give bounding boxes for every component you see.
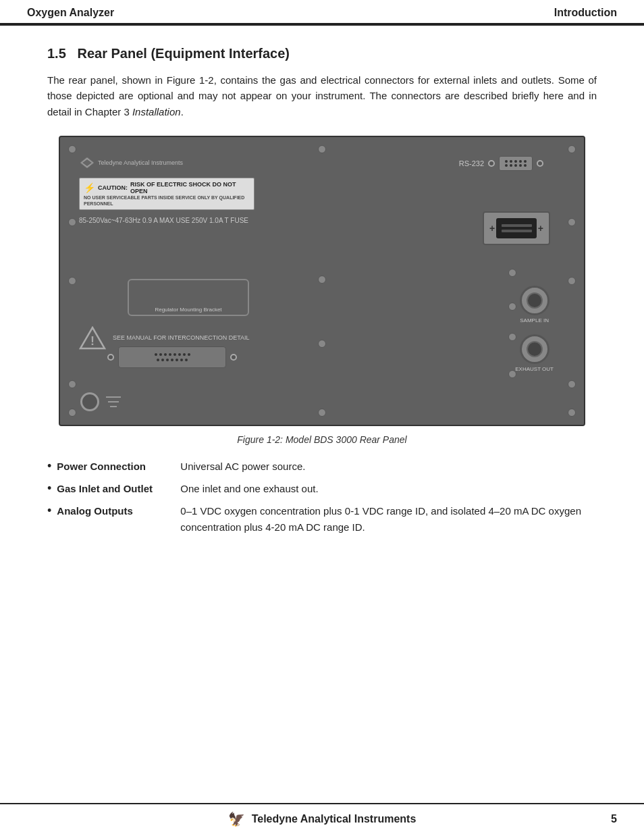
- rear-panel-figure: Teledyne Analytical Instruments RS-232: [59, 136, 585, 426]
- exhaust-out-label: EXHAUST OUT: [515, 366, 554, 372]
- sample-in-port: SAMPLE IN: [520, 286, 549, 323]
- screw-inner-4: [568, 380, 576, 388]
- teledyne-logo-icon: [80, 157, 94, 168]
- screw-inner-2: [68, 380, 76, 388]
- body-paragraph: The rear panel, shown in Figure 1-2, con…: [47, 72, 597, 120]
- regulator-label: Regulator Mounting Bracket: [155, 307, 221, 313]
- rs232-right-port: [537, 160, 543, 167]
- body-italic: Installation: [132, 106, 181, 118]
- gas-ports-area: SAMPLE IN EXHAUST OUT: [515, 286, 554, 372]
- screw-inner-6: [318, 340, 326, 348]
- screw-top-left: [68, 145, 76, 153]
- bullet-term-analog: Analog Outputs: [57, 503, 175, 519]
- voltage-text: 85-250Vac~47-63Hz 0.9 A MAX USE 250V 1.0…: [79, 215, 254, 226]
- screw-top-right: [568, 145, 576, 153]
- ground-symbol: [106, 396, 121, 407]
- screw-bot-left: [68, 409, 76, 417]
- bullet-term-power: Power Connection: [57, 459, 175, 474]
- rs232-connector: [499, 156, 533, 171]
- bullet-item-gas: • Gas Inlet and Outlet One inlet and one…: [47, 481, 597, 496]
- slot-bar-1: [502, 224, 532, 227]
- page-footer: 🦅 Teledyne Analytical Instruments 5: [0, 803, 644, 834]
- rs232-dots: [505, 160, 527, 167]
- footer-logo-icon: 🦅: [228, 811, 245, 827]
- dsub-connector: [118, 346, 226, 368]
- body-text-main: The rear panel, shown in Figure 1-2, con…: [47, 74, 597, 118]
- dsub-row-1: [155, 353, 190, 356]
- caution-title-text: CAUTION:: [98, 184, 128, 191]
- footer-page-number: 5: [611, 813, 617, 825]
- sample-in-inner: [527, 292, 543, 309]
- header-left: Oxygen Analyzer: [27, 7, 114, 19]
- section-number: 1.5: [47, 46, 66, 61]
- slot-bar-2: [502, 230, 532, 232]
- ground-bar-3: [110, 406, 117, 407]
- screw-mid-right: [568, 277, 576, 285]
- lightning-icon: ⚡: [84, 182, 95, 193]
- screw-inner-5: [318, 276, 326, 284]
- bullet-desc-gas: One inlet and one exhaust out.: [180, 481, 597, 496]
- footer-company: Teledyne Analytical Instruments: [252, 813, 417, 825]
- screw-inner-3: [568, 218, 576, 226]
- power-connector-area: + +: [483, 211, 550, 245]
- screw-rs1: [508, 269, 516, 277]
- plus-left: +: [489, 223, 495, 234]
- dsub-right-port: [230, 354, 237, 361]
- exhaust-out-inner: [527, 341, 543, 357]
- screw-top-middle: [318, 145, 326, 153]
- sample-in-circle: [520, 286, 549, 315]
- panel-logo-area: Teledyne Analytical Instruments: [80, 157, 183, 168]
- power-socket: [80, 392, 99, 411]
- caution-sub-text: RISK OF ELECTRIC SHOCK DO NOT OPEN: [130, 181, 250, 194]
- sample-in-label: SAMPLE IN: [520, 317, 549, 323]
- connector-slot: [496, 218, 537, 238]
- bottom-connections: [80, 392, 121, 411]
- bullet-dot-1: •: [47, 460, 51, 472]
- section-heading: 1.5 Rear Panel (Equipment Interface): [47, 46, 597, 61]
- header-right: Introduction: [554, 7, 617, 19]
- figure-caption: Figure 1-2: Model BDS 3000 Rear Panel: [47, 434, 597, 445]
- page-header: Oxygen Analyzer Introduction: [0, 0, 644, 26]
- caution-body: NO USER SERVICEABLE PARTS INSIDE SERVICE…: [84, 194, 250, 207]
- dsub-left-port: [107, 354, 114, 361]
- regulator-bracket: Regulator Mounting Bracket: [128, 279, 249, 316]
- voltage-spec: 85-250Vac~47-63Hz 0.9 A MAX USE 250V 1.0…: [79, 217, 248, 224]
- page-content: 1.5 Rear Panel (Equipment Interface) The…: [0, 26, 644, 569]
- body-text-end: .: [181, 106, 184, 118]
- bullet-term-gas: Gas Inlet and Outlet: [57, 481, 175, 496]
- panel-background: Teledyne Analytical Instruments RS-232: [60, 137, 584, 425]
- bullet-dot-3: •: [47, 504, 51, 517]
- caution-box: ⚡ CAUTION: RISK OF ELECTRIC SHOCK DO NOT…: [79, 178, 254, 210]
- rs232-left-port: [488, 160, 495, 167]
- feature-list: • Power Connection Universal AC power so…: [47, 459, 597, 535]
- dsub-connector-area: [107, 346, 237, 368]
- bullet-item-power: • Power Connection Universal AC power so…: [47, 459, 597, 474]
- caution-area: ⚡ CAUTION: RISK OF ELECTRIC SHOCK DO NOT…: [79, 178, 254, 226]
- ground-bar-1: [106, 396, 121, 398]
- caution-body-text: NO USER SERVICEABLE PARTS INSIDE SERVICE…: [84, 195, 244, 206]
- svg-text:!: !: [90, 334, 95, 348]
- rs232-label: RS-232: [459, 159, 484, 167]
- bullet-desc-analog: 0–1 VDC oxygen concentration plus 0-1 VD…: [180, 503, 597, 535]
- bullet-desc-power: Universal AC power source.: [180, 459, 597, 474]
- logo-text: Teledyne Analytical Instruments: [98, 159, 183, 166]
- ground-bar-2: [108, 401, 119, 402]
- power-connector: + +: [483, 211, 550, 245]
- warning-triangle-icon: !: [79, 326, 106, 350]
- caution-title: ⚡ CAUTION: RISK OF ELECTRIC SHOCK DO NOT…: [84, 181, 250, 194]
- screw-bot-right: [568, 409, 576, 417]
- warning-text: SEE MANUAL FOR INTERCONNECTION DETAIL: [113, 334, 250, 341]
- bullet-item-analog: • Analog Outputs 0–1 VDC oxygen concentr…: [47, 503, 597, 535]
- exhaust-out-circle: [520, 334, 549, 364]
- section-title: Rear Panel (Equipment Interface): [77, 46, 290, 61]
- rs232-area: RS-232: [459, 156, 543, 171]
- exhaust-out-port: EXHAUST OUT: [515, 334, 554, 372]
- bullet-dot-2: •: [47, 482, 51, 494]
- plus-right: +: [538, 223, 543, 234]
- screw-bot-middle: [318, 409, 326, 417]
- screw-inner-1: [68, 218, 76, 226]
- screw-mid-left: [68, 277, 76, 285]
- dsub-row-2: [157, 359, 188, 361]
